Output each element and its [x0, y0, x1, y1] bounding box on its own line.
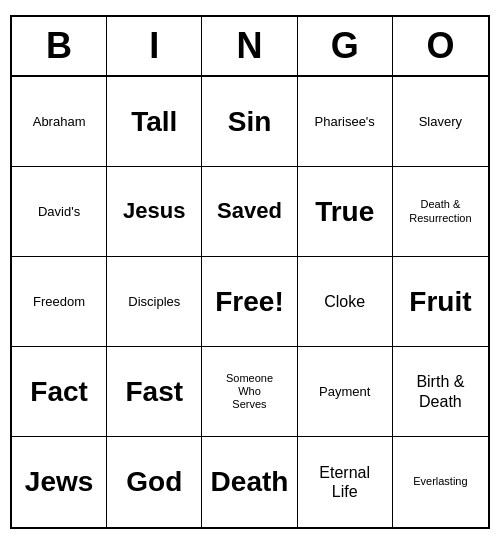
cell-text: Birth &Death — [416, 372, 464, 410]
bingo-cell: Tall — [107, 77, 202, 167]
cell-text: Disciples — [128, 294, 180, 310]
bingo-cell: Fruit — [393, 257, 488, 347]
cell-text: SomeoneWhoServes — [226, 372, 273, 412]
cell-text: Freedom — [33, 294, 85, 310]
header-letter: G — [298, 17, 393, 75]
bingo-cell: Jesus — [107, 167, 202, 257]
bingo-cell: Slavery — [393, 77, 488, 167]
bingo-cell: Pharisee's — [298, 77, 393, 167]
bingo-cell: SomeoneWhoServes — [202, 347, 297, 437]
cell-text: Fact — [30, 375, 88, 409]
header-letter: B — [12, 17, 107, 75]
bingo-cell: Freedom — [12, 257, 107, 347]
cell-text: Everlasting — [413, 475, 467, 488]
cell-text: Slavery — [419, 114, 462, 130]
bingo-cell: Jews — [12, 437, 107, 527]
bingo-cell: Payment — [298, 347, 393, 437]
bingo-cell: Sin — [202, 77, 297, 167]
cell-text: Sin — [228, 105, 272, 139]
bingo-cell: Free! — [202, 257, 297, 347]
bingo-cell: EternalLife — [298, 437, 393, 527]
cell-text: Fast — [126, 375, 184, 409]
bingo-header: BINGO — [12, 17, 488, 77]
bingo-cell: True — [298, 167, 393, 257]
bingo-grid: AbrahamTallSinPharisee'sSlaveryDavid'sJe… — [12, 77, 488, 527]
bingo-cell: Fact — [12, 347, 107, 437]
bingo-cell: Cloke — [298, 257, 393, 347]
header-letter: N — [202, 17, 297, 75]
bingo-cell: Death &Resurrection — [393, 167, 488, 257]
bingo-cell: Birth &Death — [393, 347, 488, 437]
cell-text: Saved — [217, 198, 282, 224]
bingo-cell: David's — [12, 167, 107, 257]
bingo-cell: Fast — [107, 347, 202, 437]
cell-text: Cloke — [324, 292, 365, 311]
cell-text: Payment — [319, 384, 370, 400]
cell-text: Death &Resurrection — [409, 198, 471, 224]
cell-text: True — [315, 195, 374, 229]
cell-text: David's — [38, 204, 80, 220]
bingo-cell: Death — [202, 437, 297, 527]
cell-text: God — [126, 465, 182, 499]
bingo-cell: God — [107, 437, 202, 527]
bingo-cell: Disciples — [107, 257, 202, 347]
bingo-cell: Everlasting — [393, 437, 488, 527]
bingo-card: BINGO AbrahamTallSinPharisee'sSlaveryDav… — [10, 15, 490, 529]
cell-text: Jews — [25, 465, 94, 499]
bingo-cell: Abraham — [12, 77, 107, 167]
cell-text: Pharisee's — [315, 114, 375, 130]
cell-text: Fruit — [409, 285, 471, 319]
cell-text: EternalLife — [319, 463, 370, 501]
cell-text: Jesus — [123, 198, 185, 224]
bingo-cell: Saved — [202, 167, 297, 257]
cell-text: Tall — [131, 105, 177, 139]
header-letter: O — [393, 17, 488, 75]
header-letter: I — [107, 17, 202, 75]
cell-text: Free! — [215, 285, 283, 319]
cell-text: Death — [211, 465, 289, 499]
cell-text: Abraham — [33, 114, 86, 130]
